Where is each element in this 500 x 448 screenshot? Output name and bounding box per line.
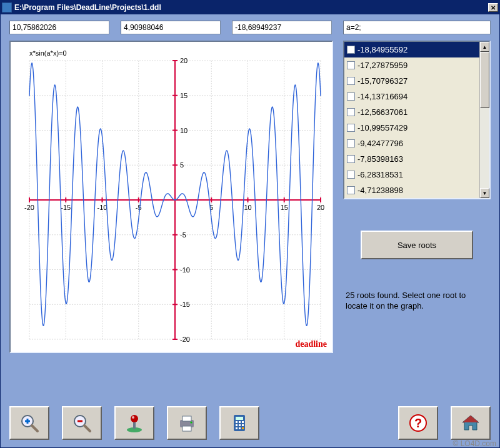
list-item-label: -4,71238898 — [358, 186, 403, 195]
scroll-up-button[interactable]: ▲ — [480, 42, 489, 52]
svg-text:10: 10 — [244, 204, 251, 211]
svg-rect-73 — [242, 421, 244, 423]
svg-rect-77 — [236, 427, 238, 429]
calculator-button[interactable] — [219, 406, 259, 440]
app-window: E:\Program Files\DeadLine\Projects\1.ddl… — [0, 0, 500, 448]
svg-rect-72 — [239, 421, 241, 423]
checkbox[interactable] — [347, 77, 355, 85]
svg-point-64 — [132, 416, 134, 419]
save-roots-button[interactable]: Save roots — [361, 231, 473, 259]
checkbox[interactable] — [347, 171, 355, 179]
checkbox[interactable] — [347, 108, 355, 116]
home-button[interactable] — [451, 406, 491, 440]
window-title: E:\Program Files\DeadLine\Projects\1.ddl — [14, 3, 488, 12]
value-3-input[interactable] — [232, 21, 332, 34]
joystick-icon — [124, 412, 145, 434]
list-item-label: -12,56637061 — [358, 107, 408, 117]
list-item[interactable]: -7,85398163 — [344, 151, 479, 167]
svg-rect-67 — [182, 426, 191, 431]
svg-text:-5: -5 — [136, 204, 142, 211]
list-item[interactable]: -15,70796327 — [344, 73, 479, 89]
checkbox[interactable] — [347, 139, 355, 147]
list-item[interactable]: -10,99557429 — [344, 120, 479, 136]
svg-text:-20: -20 — [24, 204, 34, 211]
svg-text:20: 20 — [317, 204, 324, 211]
svg-text:-15: -15 — [180, 301, 190, 308]
checkbox[interactable] — [347, 124, 355, 132]
home-icon — [460, 412, 481, 434]
list-item-label: -9,42477796 — [358, 139, 403, 148]
list-item[interactable]: -14,13716694 — [344, 89, 479, 104]
svg-rect-76 — [242, 424, 244, 426]
svg-text:15: 15 — [281, 204, 288, 211]
zoom-out-button[interactable] — [62, 406, 102, 440]
svg-rect-71 — [236, 421, 238, 423]
svg-text:?: ? — [414, 416, 422, 430]
equation-label: x*sin(a*x)=0 — [29, 49, 67, 57]
list-item-label: -6,28318531 — [358, 170, 403, 179]
zoom-in-icon — [19, 412, 40, 434]
checkbox[interactable] — [347, 61, 355, 69]
scroll-thumb[interactable] — [480, 52, 489, 108]
list-item[interactable]: -6,28318531 — [344, 167, 479, 182]
watermark: deadline — [295, 339, 327, 349]
list-item-label: -18,84955592 — [358, 45, 408, 54]
print-button[interactable] — [167, 406, 207, 440]
status-text: 25 roots found. Select one root to locat… — [343, 291, 491, 312]
svg-text:20: 20 — [180, 57, 188, 64]
list-item-label: -14,13716694 — [358, 92, 408, 101]
client-area: -20-15-10-55101520-20-15-10-55101520 x*s… — [1, 14, 499, 447]
value-2-input[interactable] — [121, 21, 221, 34]
app-icon — [2, 2, 12, 12]
svg-text:-10: -10 — [98, 204, 108, 211]
svg-text:10: 10 — [180, 127, 188, 134]
checkbox[interactable] — [347, 155, 355, 163]
list-item-label: -10,99557429 — [358, 123, 408, 132]
close-button[interactable]: ✕ — [488, 3, 498, 12]
svg-rect-79 — [242, 427, 244, 429]
save-roots-label: Save roots — [398, 241, 436, 250]
list-item[interactable]: -4,71238898 — [344, 182, 479, 198]
scroll-down-button[interactable]: ▼ — [480, 188, 489, 198]
help-icon: ? — [408, 412, 429, 434]
checkbox[interactable] — [347, 186, 355, 194]
svg-text:-5: -5 — [180, 231, 186, 239]
svg-text:-15: -15 — [61, 204, 71, 211]
list-item[interactable]: -12,56637061 — [344, 104, 479, 120]
svg-text:15: 15 — [180, 92, 188, 99]
svg-text:-10: -10 — [180, 266, 190, 274]
pan-button[interactable] — [114, 406, 154, 440]
svg-text:5: 5 — [180, 161, 184, 169]
chart-panel: -20-15-10-55101520-20-15-10-55101520 x*s… — [9, 41, 333, 353]
list-item-label: -17,27875959 — [358, 61, 408, 70]
svg-rect-75 — [239, 424, 241, 426]
roots-listbox[interactable]: -18,84955592-17,27875959-15,70796327-14,… — [343, 41, 491, 199]
checkbox[interactable] — [347, 46, 355, 54]
list-item[interactable]: -17,27875959 — [344, 57, 479, 73]
value-1-input[interactable] — [9, 21, 109, 34]
scroll-track[interactable] — [480, 52, 489, 188]
params-input[interactable] — [343, 21, 491, 34]
svg-line-59 — [84, 426, 90, 431]
scrollbar[interactable]: ▲ ▼ — [479, 42, 489, 198]
svg-point-63 — [131, 415, 138, 422]
svg-line-55 — [32, 426, 38, 431]
zoom-in-button[interactable] — [9, 406, 49, 440]
svg-text:-20: -20 — [180, 336, 190, 343]
zoom-out-icon — [71, 412, 92, 434]
list-item[interactable]: -18,84955592 — [344, 42, 479, 57]
input-row — [9, 21, 491, 34]
chart-plot: -20-15-10-55101520-20-15-10-55101520 — [11, 42, 332, 352]
help-button[interactable]: ? — [398, 406, 438, 440]
list-item-label: -7,85398163 — [358, 154, 403, 164]
svg-rect-78 — [239, 427, 241, 429]
list-item[interactable]: -9,42477796 — [344, 136, 479, 151]
printer-icon — [176, 412, 198, 434]
titlebar[interactable]: E:\Program Files\DeadLine\Projects\1.ddl… — [1, 1, 499, 14]
svg-rect-74 — [236, 424, 238, 426]
svg-rect-66 — [182, 416, 191, 421]
toolbar: ? — [9, 404, 491, 440]
svg-point-68 — [191, 422, 192, 424]
calculator-icon — [229, 412, 250, 434]
checkbox[interactable] — [347, 92, 355, 101]
